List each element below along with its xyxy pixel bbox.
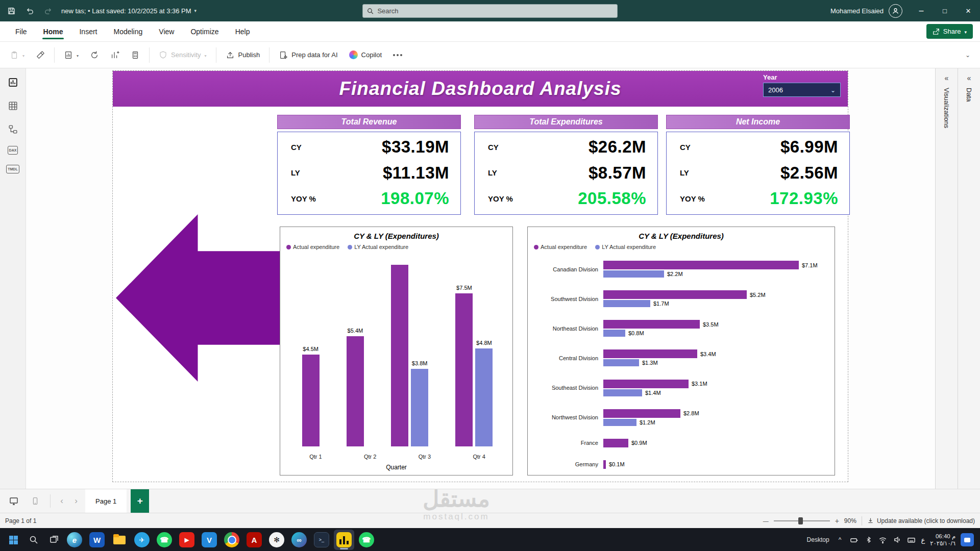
zoom-slider-handle[interactable] <box>798 517 803 524</box>
save-icon[interactable] <box>6 6 16 16</box>
year-dropdown[interactable]: 2006 <box>763 83 841 97</box>
menu-modeling[interactable]: Modeling <box>105 21 151 41</box>
report-view-button[interactable] <box>59 47 83 63</box>
previous-page-button[interactable] <box>57 496 67 506</box>
minimize-button[interactable] <box>910 0 933 21</box>
cy-bar[interactable] <box>603 349 697 358</box>
start-button[interactable] <box>3 530 23 550</box>
zoom-in-button[interactable] <box>835 517 839 525</box>
taskbar-search-button[interactable] <box>23 530 44 550</box>
taskbar-app-youtube[interactable]: ▶ <box>177 530 197 550</box>
dax-query-view-tab[interactable]: DAX <box>8 146 18 155</box>
taskbar-app-meta[interactable]: ∞ <box>289 530 309 550</box>
ly-bar[interactable]: $4.8M <box>475 348 493 446</box>
kpi-card-2[interactable]: Total ExpendituresCY$26.2MLY$8.57MYOY %2… <box>474 115 658 215</box>
format-painter-button[interactable] <box>31 47 50 63</box>
cy-bar[interactable] <box>603 320 700 329</box>
ly-bar[interactable] <box>603 389 642 396</box>
taskbar-app-whatsapp[interactable]: ☎ <box>154 530 175 550</box>
copilot-button[interactable]: Copilot <box>345 47 386 63</box>
cy-bar[interactable] <box>603 409 680 418</box>
menu-help[interactable]: Help <box>227 21 258 41</box>
cy-bar[interactable] <box>603 439 628 447</box>
battery-icon[interactable] <box>850 535 859 544</box>
hidden-icons-chevron[interactable] <box>836 535 845 544</box>
close-button[interactable] <box>957 0 980 21</box>
panel-data[interactable]: Data <box>958 68 980 489</box>
collapse-ribbon-button[interactable] <box>961 47 975 62</box>
cy-bar[interactable] <box>603 460 606 469</box>
taskbar-app-powerbi[interactable] <box>334 530 354 550</box>
more-options-button[interactable] <box>388 51 407 60</box>
expand-panel-icon[interactable] <box>967 73 971 83</box>
maximize-button[interactable] <box>933 0 957 21</box>
share-button[interactable]: Share <box>926 24 973 39</box>
taskbar-clock[interactable]: 06:40 م ٢٠٢٥/١٠/٦ <box>930 533 955 547</box>
zoom-out-button[interactable] <box>763 517 769 524</box>
quarter-column-chart[interactable]: CY & LY (Expenditures) Actual expenditur… <box>280 227 513 475</box>
language-indicator[interactable]: ع <box>921 536 925 544</box>
task-view-button[interactable] <box>44 530 64 550</box>
menu-file[interactable]: File <box>7 21 35 41</box>
refresh-button[interactable] <box>85 47 104 63</box>
prep-data-ai-button[interactable]: Prep data for AI <box>274 47 342 63</box>
next-page-button[interactable] <box>71 496 81 506</box>
undo-icon[interactable] <box>24 6 35 16</box>
taskbar-app-explorer[interactable] <box>109 530 130 550</box>
model-view-tab[interactable] <box>6 122 19 136</box>
cy-bar[interactable]: $5.4M <box>347 336 364 446</box>
ly-bar[interactable] <box>603 359 639 366</box>
menu-insert[interactable]: Insert <box>71 21 105 41</box>
wifi-icon[interactable] <box>878 535 888 544</box>
mobile-layout-icon[interactable] <box>27 493 44 509</box>
tmdl-view-tab[interactable]: TMDL <box>6 165 19 173</box>
ly-bar[interactable] <box>603 300 650 307</box>
cy-bar[interactable] <box>603 261 799 269</box>
taskbar-app-terminal[interactable]: >_ <box>311 530 332 550</box>
zoom-slider[interactable] <box>774 520 830 521</box>
taskbar-app-chatgpt[interactable]: ✻ <box>266 530 287 550</box>
volume-icon[interactable] <box>893 535 902 544</box>
search-input[interactable] <box>377 7 613 15</box>
update-available-link[interactable]: Update available (click to download) <box>867 517 975 524</box>
report-view-tab[interactable] <box>6 76 19 89</box>
cy-bar[interactable] <box>391 265 408 446</box>
user-avatar[interactable] <box>889 4 902 18</box>
cy-bar[interactable]: $7.5M <box>455 293 473 446</box>
document-title[interactable]: new tas; • Last saved: 10/2/2025 at 3:36… <box>61 7 197 15</box>
panel-visualizations[interactable]: Visualizations <box>935 68 958 489</box>
new-visual-button[interactable] <box>106 47 124 63</box>
table-view-tab[interactable] <box>6 99 19 112</box>
desktop-layout-icon[interactable] <box>5 493 22 509</box>
menu-optimize[interactable]: Optimize <box>182 21 227 41</box>
cy-bar[interactable] <box>603 290 747 299</box>
publish-button[interactable]: Publish <box>221 47 265 63</box>
division-bar-chart[interactable]: CY & LY (Expenditures) Actual expenditur… <box>527 227 835 475</box>
add-page-button[interactable] <box>131 489 149 513</box>
kpi-card-1[interactable]: Total RevenueCY$33.19MLY$11.13MYOY %198.… <box>277 115 461 215</box>
ly-bar[interactable] <box>603 330 625 337</box>
taskbar-app-acrobat[interactable]: A <box>244 530 264 550</box>
ly-bar[interactable] <box>603 419 636 426</box>
menu-home[interactable]: Home <box>35 21 71 41</box>
ly-bar[interactable] <box>603 270 664 278</box>
report-page[interactable]: Financial Dashboard Analysis Year 2006 T… <box>112 70 848 482</box>
taskbar-app-word[interactable]: W <box>87 530 107 550</box>
kpi-card-3[interactable]: Net IncomeCY$6.99MLY$2.56MYOY %172.93% <box>666 115 850 215</box>
global-search-box[interactable] <box>362 4 618 18</box>
taskbar-app-vscode[interactable]: V <box>199 530 219 550</box>
taskbar-app-telegram[interactable]: ✈ <box>132 530 152 550</box>
notification-center-icon[interactable] <box>961 533 974 546</box>
expand-panel-icon[interactable] <box>945 73 949 83</box>
ly-bar[interactable]: $3.8M <box>411 369 428 446</box>
calculator-button[interactable] <box>126 47 144 63</box>
keyboard-icon[interactable] <box>907 535 916 544</box>
desktop-label[interactable]: Desktop <box>807 536 829 543</box>
cy-bar[interactable]: $4.5M <box>302 355 320 446</box>
taskbar-app-edge[interactable]: e <box>64 530 85 550</box>
cy-bar[interactable] <box>603 380 689 388</box>
taskbar-app-chrome[interactable] <box>222 530 242 550</box>
taskbar-app-whatsapp-2[interactable]: ☎ <box>356 530 377 550</box>
report-canvas[interactable]: Financial Dashboard Analysis Year 2006 T… <box>26 68 935 489</box>
bluetooth-icon[interactable] <box>864 535 873 544</box>
